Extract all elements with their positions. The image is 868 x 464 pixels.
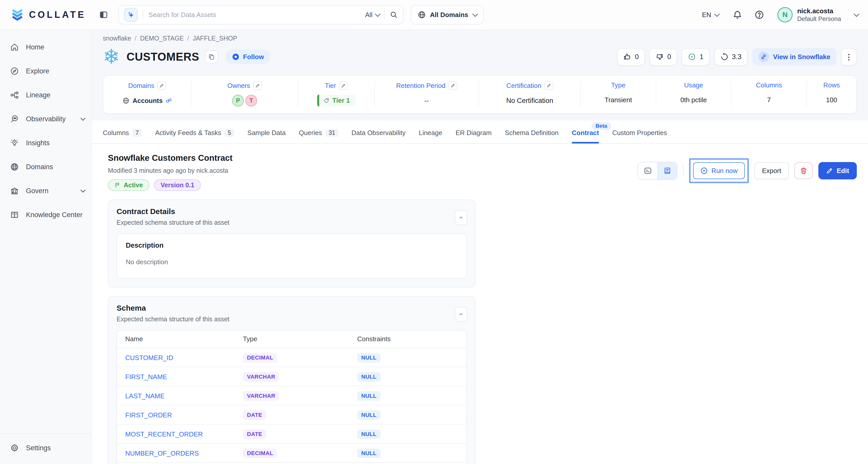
tag-icon: [323, 97, 330, 104]
search-icon[interactable]: [390, 11, 398, 19]
copy-name-button[interactable]: [205, 50, 218, 63]
tab-data-observability[interactable]: Data Observability: [351, 129, 405, 143]
document-icon: [663, 167, 671, 175]
sidebar-item-label: Lineage: [26, 91, 51, 99]
search-scope-dropdown[interactable]: All: [365, 11, 379, 19]
thumbs-down-icon: [655, 53, 663, 61]
ai-sparkle-icon[interactable]: [124, 8, 138, 22]
breadcrumb-separator: /: [135, 35, 136, 42]
tab-count: 31: [326, 129, 338, 137]
follow-button[interactable]: Follow: [225, 50, 271, 64]
column-link[interactable]: FIRST_ORDER: [125, 411, 172, 419]
contract-header: Snowflake Customers Contract Modified 3 …: [108, 153, 857, 191]
breadcrumb: snowflake / DEMO_STAGE / JAFFLE_SHOP: [103, 35, 857, 42]
column-link[interactable]: FIRST_NAME: [125, 373, 167, 381]
sidebar-item-govern[interactable]: Govern: [0, 179, 91, 203]
tab-queries[interactable]: Queries31: [299, 129, 338, 143]
description-label: Description: [126, 241, 458, 250]
sidebar-item-home[interactable]: Home: [0, 35, 91, 59]
sidebar-item-domains[interactable]: Domains: [0, 155, 91, 179]
sidebar-toggle-icon[interactable]: [99, 10, 108, 19]
tab-lineage[interactable]: Lineage: [419, 129, 442, 143]
sidebar-item-observability[interactable]: Observability: [0, 107, 91, 131]
tab-contract[interactable]: ContractBeta: [572, 129, 599, 143]
breadcrumb-schema[interactable]: JAFFLE_SHOP: [193, 35, 237, 42]
description-value: No description: [126, 258, 458, 266]
sidebar-item-explore[interactable]: Explore: [0, 59, 91, 83]
edit-tier-button[interactable]: [339, 81, 348, 90]
breadcrumb-database[interactable]: DEMO_STAGE: [140, 35, 184, 42]
header-name: Name: [125, 330, 243, 348]
collapse-schema-button[interactable]: [455, 307, 467, 322]
header-constraints: Constraints: [357, 330, 466, 348]
tab-sample-data[interactable]: Sample Data: [247, 129, 286, 143]
owner-avatar[interactable]: T: [245, 95, 257, 107]
star-icon: [232, 53, 240, 61]
edit-certification-button[interactable]: [545, 81, 553, 90]
link-small-icon[interactable]: [166, 97, 172, 104]
sidebar-item-label: Home: [26, 43, 44, 51]
column-link[interactable]: NUMBER_OF_ORDERS: [125, 450, 199, 457]
delete-contract-button[interactable]: [795, 162, 813, 179]
globe-icon: [418, 11, 426, 19]
all-domains-filter[interactable]: All Domains: [411, 5, 484, 25]
schema-table-header: Name Type Constraints: [117, 330, 466, 348]
table-row: CUSTOMER_LIFETIME_VALUE DECIMAL NULL: [117, 463, 466, 464]
tasks-button[interactable]: 1: [682, 48, 709, 65]
edit-domains-button[interactable]: [157, 81, 166, 90]
sidebar-item-settings[interactable]: Settings: [0, 437, 91, 459]
user-menu[interactable]: N nick.acosta Default Persona: [777, 7, 858, 23]
page-header: snowflake / DEMO_STAGE / JAFFLE_SHOP ❄ C…: [92, 30, 868, 120]
column-link[interactable]: LAST_NAME: [125, 392, 165, 400]
language-selector[interactable]: EN: [702, 11, 718, 19]
column-link[interactable]: MOST_RECENT_ORDER: [125, 430, 203, 438]
upvote-button[interactable]: 0: [617, 48, 645, 65]
downvote-button[interactable]: 0: [649, 48, 677, 65]
document-view-button[interactable]: [657, 162, 677, 179]
sidebar-item-knowledge-center[interactable]: Knowledge Center: [0, 203, 91, 227]
thumbs-up-icon: [623, 53, 631, 61]
tier-label: Tier: [325, 82, 336, 90]
tab-er-diagram[interactable]: ER Diagram: [456, 129, 492, 143]
tab-custom-properties[interactable]: Custom Properties: [612, 129, 667, 143]
type-badge: DATE: [243, 410, 266, 420]
certification-value: No Certification: [506, 94, 553, 107]
edit-contract-button[interactable]: Edit: [818, 162, 857, 179]
sidebar-item-insights[interactable]: Insights: [0, 131, 91, 155]
type-badge: DATE: [243, 429, 266, 439]
insights-icon: [10, 139, 19, 147]
search-input[interactable]: [148, 11, 360, 19]
tab-activity-feeds[interactable]: Activity Feeds & Tasks5: [155, 129, 234, 143]
view-in-snowflake-button[interactable]: View in Snowflake: [752, 48, 836, 65]
sidebar-item-label: Knowledge Center: [26, 211, 83, 219]
downvote-count: 0: [667, 53, 671, 61]
run-now-button[interactable]: Run now: [693, 162, 745, 179]
tasks-count: 1: [700, 53, 703, 61]
edit-retention-button[interactable]: [448, 81, 457, 90]
breadcrumb-service[interactable]: snowflake: [103, 35, 131, 42]
domain-value[interactable]: Accounts: [133, 97, 163, 105]
all-domains-label: All Domains: [430, 11, 468, 19]
more-options-button[interactable]: ⋮: [841, 48, 857, 65]
notifications-button[interactable]: [733, 10, 742, 20]
export-button[interactable]: Export: [754, 162, 789, 179]
yaml-view-button[interactable]: [638, 162, 657, 179]
sidebar-item-lineage[interactable]: Lineage: [0, 83, 91, 107]
column-link[interactable]: CUSTOMER_ID: [125, 354, 173, 361]
pencil-icon: [451, 83, 455, 88]
sidebar-item-label: Observability: [26, 115, 66, 123]
help-button[interactable]: [754, 10, 764, 20]
schema-title: Schema: [117, 304, 467, 312]
asset-actions: 0 0 1: [617, 48, 857, 65]
tab-schema-definition[interactable]: Schema Definition: [505, 129, 558, 143]
collate-logo[interactable]: COLLATE: [10, 8, 86, 22]
tier-chip[interactable]: Tier 1: [317, 94, 355, 107]
meta-owners: Owners P T: [191, 81, 298, 107]
collapse-details-button[interactable]: [455, 210, 467, 225]
version-button[interactable]: 3.3: [714, 48, 748, 65]
edit-owners-button[interactable]: [253, 81, 262, 90]
tab-columns[interactable]: Columns7: [103, 129, 142, 143]
meta-retention: Retention Period --: [375, 81, 479, 107]
owner-avatar[interactable]: P: [232, 95, 244, 107]
circle-dot-icon: [688, 53, 696, 61]
